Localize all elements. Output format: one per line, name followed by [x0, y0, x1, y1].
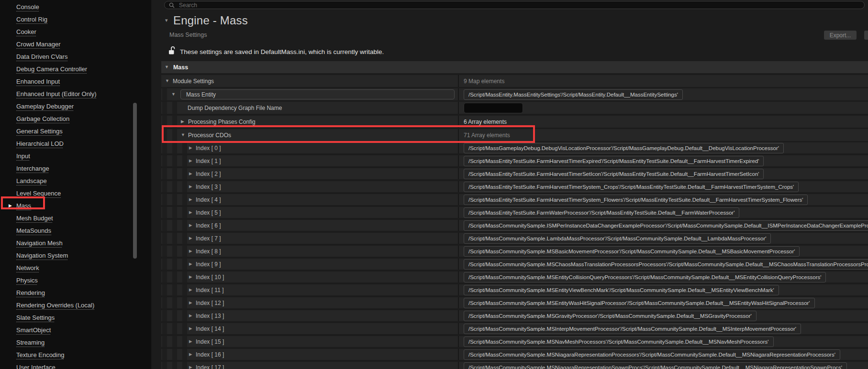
- expand-arrow-icon[interactable]: ▶: [189, 159, 192, 163]
- expand-arrow-icon[interactable]: ▶: [189, 172, 192, 176]
- sidebar-item[interactable]: ▶ SmartObject: [0, 324, 151, 336]
- array-index-row[interactable]: ▶ Index [ 2 ] /Script/MassEntityTestSuit…: [161, 168, 868, 179]
- expand-arrow-icon[interactable]: ▶: [189, 352, 192, 357]
- section-header-mass[interactable]: ▼ Mass: [161, 61, 868, 73]
- expand-arrow-icon[interactable]: ▶: [189, 223, 192, 228]
- sidebar-item[interactable]: ▶ Cooker: [0, 25, 151, 38]
- sidebar-item[interactable]: ▶ Rendering Overrides (Local): [0, 299, 151, 311]
- sidebar-item[interactable]: ▶ MetaSounds: [0, 224, 151, 237]
- array-index-row[interactable]: ▶ Index [ 11 ] /Script/MassCommunitySamp…: [161, 284, 868, 295]
- sidebar-item[interactable]: ▶ Physics: [0, 274, 151, 286]
- expand-arrow-icon[interactable]: ▶: [189, 184, 192, 189]
- row-module-settings[interactable]: ▼ Module Settings 9 Map elements: [161, 75, 868, 87]
- sidebar-item[interactable]: ▶ Rendering: [0, 286, 151, 299]
- object-path-field[interactable]: /Script/MassEntityTestSuite.FarmWaterPro…: [464, 207, 739, 218]
- object-path-field[interactable]: /Script/MassCommunitySample.MSInterpMove…: [464, 324, 801, 334]
- object-path-field[interactable]: /Script/MassCommunitySample.MSNiagaraRep…: [464, 362, 847, 369]
- array-index-row[interactable]: ▶ Index [ 10 ] /Script/MassCommunitySamp…: [161, 271, 868, 282]
- expand-arrow-icon[interactable]: ▶: [189, 210, 192, 215]
- sidebar-item[interactable]: ▶ Input: [0, 150, 151, 162]
- sidebar-item[interactable]: ▶ Navigation Mesh: [0, 237, 151, 249]
- array-index-row[interactable]: ▶ Index [ 15 ] /Script/MassCommunitySamp…: [161, 336, 868, 347]
- sidebar-item[interactable]: ▶ Texture Encoding: [0, 348, 151, 361]
- row-processor-cdos[interactable]: ▼ Processor CDOs 71 Array elements: [161, 129, 868, 141]
- file-name-input[interactable]: [464, 103, 523, 113]
- sidebar-item[interactable]: ▶ Navigation System: [0, 249, 151, 261]
- object-path-field[interactable]: /Script/MassEntityTestSuite.FarmHarvestT…: [464, 195, 808, 205]
- object-path-field[interactable]: /Script/MassCommunitySample.ISMPerInstan…: [464, 220, 868, 231]
- array-index-row[interactable]: ▶ Index [ 3 ] /Script/MassEntityTestSuit…: [161, 181, 868, 192]
- sidebar-item[interactable]: ▶ Landscape: [0, 174, 151, 187]
- clipped-button[interactable]: [864, 31, 868, 40]
- sidebar-item[interactable]: ▶ Gameplay Debugger: [0, 100, 151, 112]
- collapse-arrow-icon[interactable]: ▼: [171, 92, 176, 97]
- object-path-field[interactable]: /Script/MassCommunitySample.MSGravityPro…: [464, 311, 757, 321]
- row-mass-entity[interactable]: ▼ Mass Entity /Script/MassEntity.MassEnt…: [161, 88, 868, 100]
- object-path-field[interactable]: /Script/MassEntityTestSuite.FarmHarvestT…: [464, 169, 764, 179]
- sidebar-item[interactable]: ▶ Interchange: [0, 162, 151, 174]
- expand-arrow-icon[interactable]: ▶: [189, 146, 192, 150]
- row-processing-phases-config[interactable]: ▶ Processing Phases Config 6 Array eleme…: [161, 116, 868, 128]
- sidebar-item[interactable]: ▶ Hierarchical LOD: [0, 137, 151, 150]
- object-path-field[interactable]: /Script/MassEntity.MassEntitySettings'/S…: [464, 89, 683, 100]
- object-path-field[interactable]: /Script/MassCommunitySample.MSNiagaraRep…: [464, 349, 840, 360]
- array-index-row[interactable]: ▶ Index [ 5 ] /Script/MassEntityTestSuit…: [161, 207, 868, 218]
- object-path-field[interactable]: /Script/MassCommunitySample.MSBasicMovem…: [464, 246, 800, 257]
- sidebar-item-mass[interactable]: ▶ Mass: [0, 199, 151, 212]
- sidebar-item[interactable]: ▶ Crowd Manager: [0, 38, 151, 50]
- sidebar-item[interactable]: ▶ Console: [0, 0, 151, 13]
- array-index-row[interactable]: ▶ Index [ 13 ] /Script/MassCommunitySamp…: [161, 310, 868, 321]
- object-path-field[interactable]: /Script/MassCommunitySample.MSEntityWasH…: [464, 298, 815, 308]
- sidebar-item[interactable]: ▶ Slate Settings: [0, 311, 151, 324]
- sidebar-item[interactable]: ▶ Streaming: [0, 336, 151, 348]
- object-path-field[interactable]: /Script/MassCommunitySample.MSNavMeshPro…: [464, 336, 774, 347]
- expand-arrow-icon[interactable]: ▶: [181, 119, 184, 124]
- sidebar-item[interactable]: ▶ General Settings: [0, 125, 151, 137]
- expand-arrow-icon[interactable]: ▶: [189, 288, 192, 292]
- export-button[interactable]: Export...: [824, 31, 857, 40]
- sidebar-item[interactable]: ▶ Enhanced Input: [0, 75, 151, 87]
- array-index-row[interactable]: ▶ Index [ 4 ] /Script/MassEntityTestSuit…: [161, 194, 868, 205]
- collapse-arrow-icon[interactable]: ▼: [181, 133, 185, 137]
- sidebar-scrollbar[interactable]: [133, 103, 137, 259]
- collapse-arrow-icon[interactable]: ▼: [165, 79, 169, 83]
- array-index-row[interactable]: ▶ Index [ 17 ] /Script/MassCommunitySamp…: [161, 362, 868, 369]
- object-path-field[interactable]: /Script/MassEntityTestSuite.FarmHarvestT…: [464, 182, 799, 192]
- search-input[interactable]: [178, 1, 323, 9]
- array-index-row[interactable]: ▶ Index [ 14 ] /Script/MassCommunitySamp…: [161, 323, 868, 334]
- sidebar-item[interactable]: ▶ Data Driven CVars: [0, 50, 151, 63]
- search-bar[interactable]: [164, 1, 865, 9]
- sidebar-item[interactable]: ▶ Enhanced Input (Editor Only): [0, 87, 151, 100]
- array-index-row[interactable]: ▶ Index [ 9 ] /Script/MassCommunitySampl…: [161, 259, 868, 270]
- expand-arrow-icon[interactable]: ▶: [189, 326, 192, 331]
- object-path-field[interactable]: /Script/MassEntityTestSuite.FarmHarvestT…: [464, 156, 764, 166]
- expand-arrow-icon[interactable]: ▶: [189, 249, 192, 253]
- expand-arrow-icon[interactable]: ▶: [189, 275, 192, 279]
- object-path-field[interactable]: /Script/MassCommunitySample.LambdaMassPr…: [464, 233, 771, 244]
- expand-arrow-icon[interactable]: ▶: [189, 301, 192, 305]
- object-path-field[interactable]: /Script/MassCommunitySample.MSEntityView…: [464, 285, 779, 295]
- array-index-row[interactable]: ▶ Index [ 6 ] /Script/MassCommunitySampl…: [161, 220, 868, 231]
- expand-arrow-icon[interactable]: ▶: [189, 197, 192, 202]
- sidebar-item[interactable]: ▶ Debug Camera Controller: [0, 63, 151, 75]
- sidebar-item[interactable]: ▶ Network: [0, 261, 151, 274]
- expand-arrow-icon[interactable]: ▶: [189, 365, 192, 369]
- sidebar-item[interactable]: ▶ User Interface: [0, 361, 151, 369]
- expand-arrow-icon[interactable]: ▶: [189, 262, 192, 266]
- array-index-row[interactable]: ▶ Index [ 16 ] /Script/MassCommunitySamp…: [161, 349, 868, 360]
- sidebar-item[interactable]: ▶ Level Sequence: [0, 187, 151, 199]
- sidebar-item[interactable]: ▶ Garbage Collection: [0, 112, 151, 125]
- expand-arrow-icon[interactable]: ▶: [189, 314, 192, 318]
- array-index-row[interactable]: ▶ Index [ 8 ] /Script/MassCommunitySampl…: [161, 246, 868, 257]
- array-index-row[interactable]: ▶ Index [ 0 ] /Script/MassGameplayDebug.…: [161, 142, 868, 153]
- expand-arrow-icon[interactable]: ▶: [189, 236, 192, 240]
- sidebar-item[interactable]: ▶ Mesh Budget: [0, 212, 151, 224]
- object-path-field[interactable]: /Script/MassCommunitySample.MSEntityColl…: [464, 272, 826, 282]
- array-index-row[interactable]: ▶ Index [ 1 ] /Script/MassEntityTestSuit…: [161, 155, 868, 166]
- sidebar-item[interactable]: ▶ Control Rig: [0, 13, 151, 25]
- object-path-field[interactable]: /Script/MassGameplayDebug.DebugVisLocati…: [464, 143, 784, 153]
- object-path-field[interactable]: /Script/MassCommunitySample.MSChaosMassT…: [464, 259, 868, 270]
- array-index-row[interactable]: ▶ Index [ 12 ] /Script/MassCommunitySamp…: [161, 297, 868, 308]
- section-collapse-icon[interactable]: ▾: [165, 18, 168, 23]
- row-dump-dependency-graph-file-name[interactable]: Dump Dependency Graph File Name: [161, 102, 868, 114]
